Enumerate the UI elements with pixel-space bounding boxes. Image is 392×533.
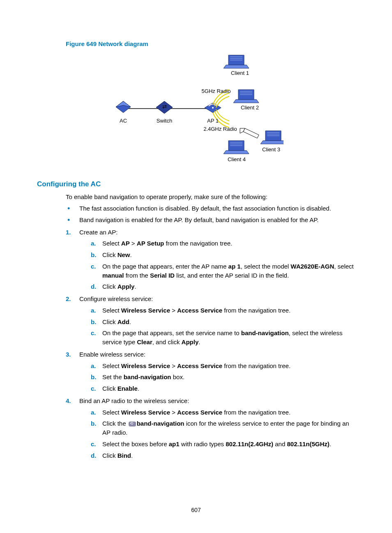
section-heading: Configuring the AC bbox=[37, 179, 355, 190]
bind-icon bbox=[129, 422, 136, 426]
substep-item: Set the band-navigation box. bbox=[91, 373, 355, 382]
label-ap: AP 1 bbox=[207, 118, 219, 124]
substep-item: Click New. bbox=[91, 250, 355, 260]
label-switch: Switch bbox=[157, 118, 172, 124]
substep-item: Select Wireless Service > Access Service… bbox=[91, 408, 355, 417]
substep-item: Select the boxes before ap1 with radio t… bbox=[91, 440, 355, 449]
bullet-item: Band navigation is enabled for the AP. B… bbox=[66, 216, 355, 225]
intro-text: To enable band navigation to operate pro… bbox=[66, 192, 355, 202]
substep-item: On the page that appears, set the servic… bbox=[91, 329, 355, 347]
substep-item: Click Add. bbox=[91, 317, 355, 327]
substep-item: Click Bind. bbox=[91, 451, 355, 460]
svg-point-7 bbox=[212, 107, 214, 109]
label-radio-5ghz: 5GHz Radio bbox=[202, 88, 231, 94]
network-diagram: ⇄ bbox=[103, 52, 284, 167]
label-client2: Client 2 bbox=[241, 104, 259, 111]
svg-marker-13 bbox=[243, 128, 259, 138]
substep-item: Click Enable. bbox=[91, 384, 355, 393]
figure-caption: Figure 649 Network diagram bbox=[66, 39, 355, 49]
step-item: Create an AP:Select AP > AP Setup from t… bbox=[66, 228, 355, 292]
requirement-bullets: The fast association function is disable… bbox=[66, 204, 355, 225]
label-client4: Client 4 bbox=[228, 156, 246, 162]
label-radio-24ghz: 2.4GHz Radio bbox=[203, 126, 237, 132]
label-client3: Client 3 bbox=[262, 146, 280, 153]
substep-item: Select Wireless Service > Access Service… bbox=[91, 362, 355, 371]
label-ac: AC bbox=[120, 118, 127, 124]
step-item: Configure wireless service:Select Wirele… bbox=[66, 294, 355, 347]
bullet-item: The fast association function is disable… bbox=[66, 204, 355, 213]
substep-item: On the page that appears, enter the AP n… bbox=[91, 262, 355, 280]
svg-text:⇄: ⇄ bbox=[162, 104, 167, 110]
substep-item: Select Wireless Service > Access Service… bbox=[91, 306, 355, 315]
step-list: Create an AP:Select AP > AP Setup from t… bbox=[66, 228, 355, 460]
step-item: Bind an AP radio to the wireless service… bbox=[66, 396, 355, 460]
label-client1: Client 1 bbox=[231, 70, 249, 76]
step-item: Enable wireless service:Select Wireless … bbox=[66, 350, 355, 393]
substep-item: Click the band-navigation icon for the w… bbox=[91, 419, 355, 437]
substep-item: Click Apply. bbox=[91, 282, 355, 291]
substep-item: Select AP > AP Setup from the navigation… bbox=[91, 239, 355, 248]
page-number: 607 bbox=[0, 506, 392, 514]
